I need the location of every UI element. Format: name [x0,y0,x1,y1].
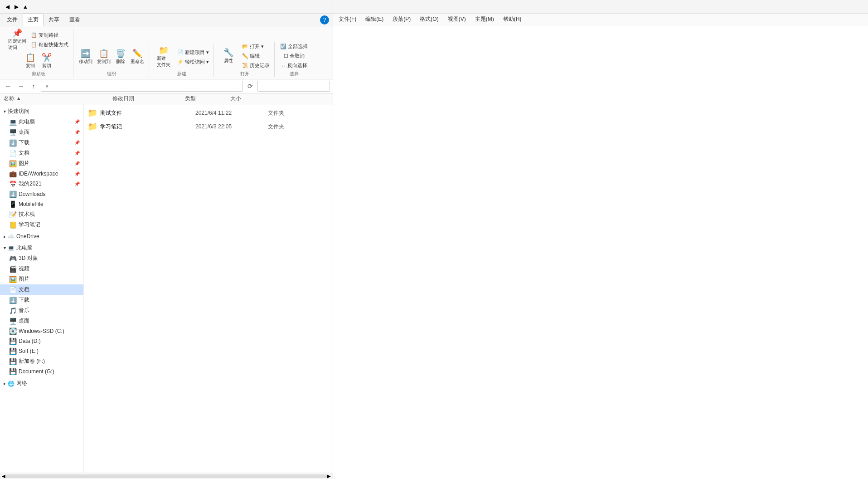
menu-file[interactable]: 文件(F) [337,15,358,24]
edit-button[interactable]: ✏️ 编辑 [240,52,272,60]
col-header-type[interactable]: 类型 [185,95,230,103]
invert-select-button[interactable]: ↔️ 反向选择 [279,61,309,70]
sidebar-item-downloads[interactable]: ⬇️ Downloads [0,189,83,199]
copy-to-icon: 📋 [99,49,109,58]
onedrive-title[interactable]: ▸ ☁️ OneDrive [0,232,83,241]
table-row[interactable]: 📁 测试文件 2021/6/4 11:22 文件夹 [84,106,333,120]
sidebar-item-dl[interactable]: ⬇️ 下载 [0,295,83,305]
col-header-name[interactable]: 名称 ▲ [4,95,112,103]
address-path[interactable]: ▾ [41,81,243,92]
refresh-button[interactable]: ⟳ [245,81,256,92]
move-to-button[interactable]: ➡️ 移动到 [77,49,94,66]
sidebar-item-desk[interactable]: 🖥️ 桌面 [0,316,83,326]
sidebar-item-drive-c[interactable]: 💽 Windows-SSD (C:) [0,326,83,336]
organize-buttons: ➡️ 移动到 📋 复制到 🗑️ 删除 ✏️ 重命名 [77,44,146,70]
cut-button[interactable]: ✂️ 剪切 [39,53,54,70]
back-nav-button[interactable]: ← [3,81,14,92]
pictures-icon: 🖼️ [9,160,16,167]
sidebar-item-drive-d[interactable]: 💾 Data (D:) [0,336,83,346]
sidebar-item-drive-f[interactable]: 💾 新加卷 (F:) [0,356,83,367]
sidebar-item-thispc[interactable]: 💻 此电脑 📌 [0,117,83,127]
copy-to-button[interactable]: 📋 复制到 [95,49,112,66]
typora-close-button[interactable] [844,0,864,14]
col-header-date[interactable]: 修改日期 [112,95,185,103]
sidebar-item-documents[interactable]: 📄 文档 [0,284,83,295]
sidebar-label-2021: 我的2021 [19,180,42,188]
up-nav-button[interactable]: ↑ [28,81,39,92]
close-button[interactable] [308,0,329,14]
sidebar-item-pictures-quick[interactable]: 🖼️ 图片 📌 [0,158,83,169]
new-folder-button[interactable]: 📁 新建文件夹 [153,45,175,69]
back-icon[interactable]: ◀ [4,3,11,10]
menu-help[interactable]: 帮助(H) [501,15,524,24]
edit-icon: ✏️ [242,53,248,59]
sidebar-item-2021[interactable]: 📅 我的2021 📌 [0,179,83,189]
network-title[interactable]: ▸ 🌐 网络 [0,378,83,389]
sidebar-item-drive-g[interactable]: 💾 Document (G:) [0,367,83,376]
forward-nav-button[interactable]: → [15,81,26,92]
sidebar-item-notes[interactable]: 📒 学习笔记 [0,220,83,230]
typora-maximize-button[interactable] [822,0,843,14]
sidebar-item-mobile[interactable]: 📱 MobileFile [0,199,83,209]
sidebar-item-downloads-quick[interactable]: ⬇️ 下载 📌 [0,137,83,148]
scroll-left-arrow[interactable]: ◀ [2,474,5,479]
help-button[interactable]: ? [320,15,329,24]
invert-icon: ↔️ [281,63,286,68]
table-row[interactable]: 📁 学习笔记 2021/6/3 22:05 文件夹 [84,120,333,133]
history-button[interactable]: 📜 历史记录 [240,61,272,70]
tab-view[interactable]: 查看 [64,14,85,26]
sidebar-item-desktop[interactable]: 🖥️ 桌面 📌 [0,127,83,137]
pin-button[interactable]: 📌 固定访问访问 [6,28,28,52]
select-none-button[interactable]: ☐ 全取消 [282,52,306,60]
typora-minimize-button[interactable] [800,0,821,14]
new-item-icon: 📄 [177,49,184,55]
open-button[interactable]: 📂 打开 ▾ [240,42,272,51]
properties-button[interactable]: 🔧 属性 [218,48,239,65]
path-dropdown-icon[interactable]: ▾ [46,83,48,89]
move-icon: ➡️ [81,49,91,58]
sidebar-item-techstack[interactable]: 📝 技术栈 [0,209,83,220]
cut-label: 剪切 [42,63,51,69]
maximize-button[interactable] [286,0,307,14]
sidebar-label-videos: 视频 [19,265,29,273]
tab-home[interactable]: 主页 [23,14,44,26]
tab-share[interactable]: 共享 [44,14,64,26]
sidebar-item-3d[interactable]: 🎮 3D 对象 [0,253,83,264]
select-all-button[interactable]: ☑️ 全部选择 [278,42,310,51]
sidebar-item-drive-e[interactable]: 💾 Soft (E:) [0,346,83,356]
sidebar-item-docs-quick[interactable]: 📄 文档 📌 [0,148,83,158]
new-item-button[interactable]: 📄 新建项目 ▾ [175,48,211,57]
horizontal-scrollbar[interactable] [5,474,327,478]
sidebar-item-music[interactable]: 🎵 音乐 [0,305,83,316]
menu-paragraph[interactable]: 段落(P) [391,15,412,24]
music-icon: 🎵 [9,307,16,314]
chevron-right-icon: ▸ [4,234,6,239]
paste-shortcut-button[interactable]: 📋 粘贴快捷方式 [29,40,70,49]
forward-icon[interactable]: ▶ [13,3,20,10]
delete-button[interactable]: 🗑️ 删除 [113,49,128,66]
ribbon-tabs: 文件 主页 共享 查看 ? [0,14,333,26]
clipboard-buttons: 📌 固定访问访问 📋 复制路径 📋 粘贴快捷方式 [6,28,70,52]
thispc-title[interactable]: ▾ 💻 此电脑 [0,243,83,253]
quick-access-title[interactable]: ▾ 快速访问 [0,106,83,117]
easy-access-button[interactable]: ⚡ 轻松访问 ▾ [175,58,211,66]
sidebar-label-desk: 桌面 [19,317,29,325]
sidebar-item-videos[interactable]: 🎬 视频 [0,264,83,274]
menu-format[interactable]: 格式(O) [418,15,440,24]
open-buttons: 🔧 属性 📂 打开 ▾ ✏️ 编辑 📜 历史记录 [218,42,272,70]
menu-view[interactable]: 视图(V) [446,15,468,24]
minimize-button[interactable] [265,0,286,14]
scroll-right-arrow[interactable]: ▶ [327,474,331,479]
tab-file[interactable]: 文件 [2,14,23,26]
col-header-size[interactable]: 大小 [230,95,267,103]
search-input[interactable] [257,81,330,92]
sidebar-item-idea[interactable]: 💼 IDEAWorkspace 📌 [0,169,83,179]
rename-button[interactable]: ✏️ 重命名 [129,49,146,66]
sidebar-item-pics[interactable]: 🖼️ 图片 [0,274,83,284]
menu-edit[interactable]: 编辑(E) [364,15,385,24]
menu-theme[interactable]: 主题(M) [473,15,496,24]
copy-button[interactable]: 📋 复制 [23,53,38,70]
up-icon[interactable]: ▲ [22,3,29,10]
typora-panel: 文件(F) 编辑(E) 段落(P) 格式(O) 视图(V) 主题(M) 帮助(H… [333,0,868,479]
copy-path-button[interactable]: 📋 复制路径 [29,31,70,39]
